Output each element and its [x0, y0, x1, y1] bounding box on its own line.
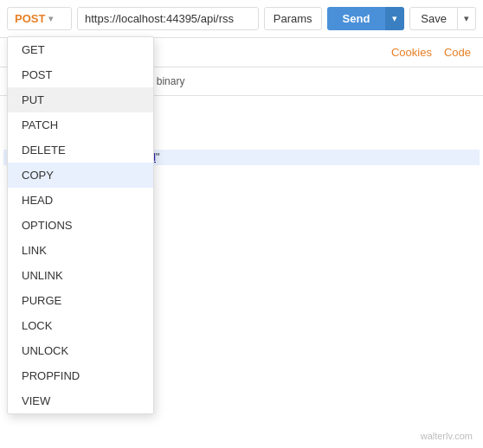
method-dropdown: GET POST PUT PATCH DELETE COPY HEAD OPTI…	[7, 36, 154, 414]
params-button[interactable]: Params	[264, 7, 322, 30]
tab-actions: Cookies Code	[386, 41, 476, 64]
send-button-group: Send ▾	[327, 7, 405, 30]
save-button[interactable]: Save	[409, 7, 458, 30]
dropdown-item-patch[interactable]: PATCH	[8, 112, 153, 138]
dropdown-item-head[interactable]: HEAD	[8, 188, 153, 213]
dropdown-item-options[interactable]: OPTIONS	[8, 213, 153, 238]
url-input[interactable]	[77, 7, 259, 30]
method-chevron-icon: ▾	[48, 14, 53, 23]
method-button[interactable]: POST ▾	[7, 7, 72, 30]
save-button-group: Save ▾	[409, 7, 476, 30]
save-dropdown-button[interactable]: ▾	[458, 7, 476, 30]
watermark: walterlv.com	[421, 431, 473, 441]
dropdown-item-link[interactable]: LINK	[8, 238, 153, 263]
method-label: POST	[15, 12, 45, 25]
dropdown-item-unlock[interactable]: UNLOCK	[8, 338, 153, 363]
dropdown-item-copy[interactable]: COPY	[8, 163, 153, 188]
dropdown-item-post[interactable]: POST	[8, 62, 153, 87]
code-button[interactable]: Code	[439, 41, 476, 64]
dropdown-item-propfind[interactable]: PROPFIND	[8, 363, 153, 388]
dropdown-item-purge[interactable]: PURGE	[8, 288, 153, 313]
cookies-button[interactable]: Cookies	[386, 41, 437, 64]
dropdown-item-put[interactable]: PUT	[8, 87, 153, 112]
dropdown-item-delete[interactable]: DELETE	[8, 138, 153, 163]
dropdown-item-view[interactable]: VIEW	[8, 388, 153, 413]
toolbar: POST ▾ Params Send ▾ Save ▾	[0, 0, 483, 38]
send-button[interactable]: Send	[327, 7, 386, 30]
send-dropdown-button[interactable]: ▾	[385, 7, 404, 30]
dropdown-item-unlink[interactable]: UNLINK	[8, 263, 153, 288]
radio-binary-label: binary	[157, 75, 185, 87]
dropdown-item-lock[interactable]: LOCK	[8, 313, 153, 338]
dropdown-item-get[interactable]: GET	[8, 37, 153, 62]
